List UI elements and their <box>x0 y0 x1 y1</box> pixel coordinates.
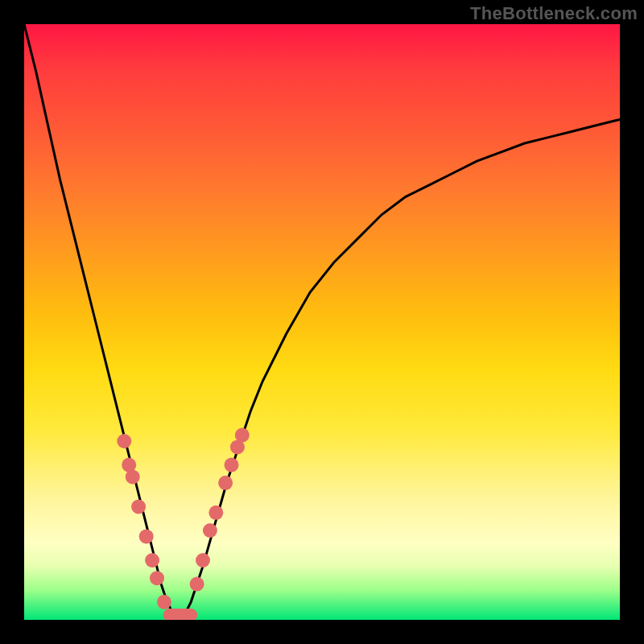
data-marker <box>208 506 223 520</box>
data-marker <box>218 476 233 490</box>
markers-group <box>117 428 249 620</box>
data-marker <box>131 499 146 514</box>
chart-frame: TheBottleneck.com <box>0 0 644 644</box>
plot-area <box>24 24 620 620</box>
curve-path <box>24 24 620 620</box>
data-marker <box>235 428 250 443</box>
data-marker <box>150 571 164 585</box>
data-marker <box>190 577 204 592</box>
data-marker <box>145 553 159 568</box>
watermark-text: TheBottleneck.com <box>470 3 638 24</box>
data-marker <box>196 553 210 568</box>
data-marker <box>117 434 131 448</box>
data-marker-bar <box>163 609 198 620</box>
data-marker <box>225 458 239 473</box>
data-marker <box>157 595 171 609</box>
data-marker <box>203 523 217 538</box>
data-marker <box>139 529 154 543</box>
chart-svg <box>24 24 620 620</box>
data-marker <box>126 469 140 484</box>
